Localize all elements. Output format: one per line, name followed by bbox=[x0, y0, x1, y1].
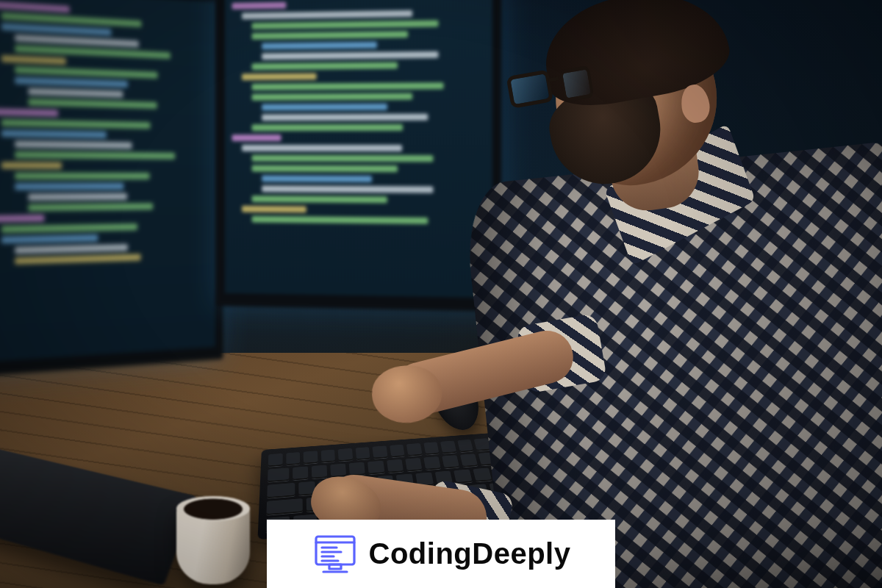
watermark-brand-text: CodingDeeply bbox=[369, 537, 571, 570]
code-screen-center bbox=[225, 0, 492, 298]
beard bbox=[544, 79, 669, 193]
code-screen-left bbox=[0, 0, 215, 362]
coffee-mug bbox=[169, 496, 263, 588]
watermark-badge: CodingDeeply bbox=[267, 520, 615, 588]
computer-code-icon bbox=[312, 531, 359, 578]
hair bbox=[537, 0, 736, 114]
monitor-left bbox=[0, 0, 223, 377]
photo-scene: CodingDeeply bbox=[0, 0, 882, 588]
head bbox=[539, 0, 733, 198]
monitor-center bbox=[216, 0, 501, 312]
svg-rect-6 bbox=[329, 564, 341, 569]
eyeglasses bbox=[513, 60, 606, 113]
